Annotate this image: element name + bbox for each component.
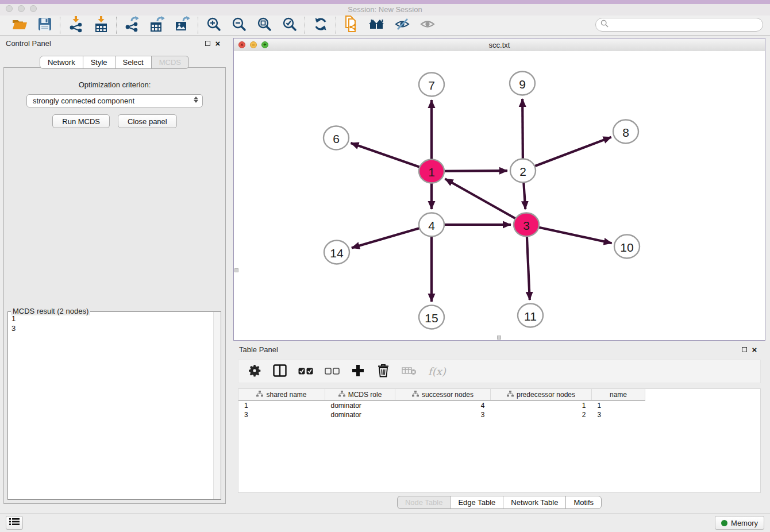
svg-text:6: 6	[333, 132, 340, 145]
run-mcds-button[interactable]: Run MCDS	[52, 114, 110, 128]
svg-text:9: 9	[519, 78, 526, 91]
zoom-out-button[interactable]	[230, 17, 248, 34]
memory-status-icon	[721, 520, 727, 526]
optimization-criterion-select[interactable]: strongly connected component	[26, 94, 203, 107]
zoom-fit-button[interactable]	[255, 17, 274, 34]
graph-edge-3-1[interactable]	[445, 179, 526, 225]
table-panel-close-button[interactable]: ×	[749, 344, 760, 354]
table-cell[interactable]: 4	[395, 400, 491, 410]
export-image-button[interactable]	[174, 17, 192, 34]
export-network-icon	[124, 16, 140, 34]
table-cell[interactable]: 3	[592, 410, 645, 419]
graph-node-2[interactable]: 2	[510, 159, 536, 183]
select-all-button[interactable]	[298, 364, 313, 379]
deselect-all-button[interactable]	[325, 364, 340, 379]
data-table: shared nameMCDS rolesuccessor nodesprede…	[238, 389, 645, 419]
show-columns-button[interactable]	[273, 364, 287, 379]
table-cell[interactable]: 3	[238, 410, 325, 419]
graph-node-10[interactable]: 10	[614, 235, 640, 259]
import-table-icon	[94, 16, 109, 35]
svg-text:7: 7	[428, 79, 435, 92]
tab-select[interactable]: Select	[115, 56, 152, 69]
zoom-in-button[interactable]	[205, 17, 223, 34]
close-panel-button[interactable]: Close panel	[118, 114, 177, 128]
column-header-predecessor-nodes[interactable]: predecessor nodes	[491, 389, 592, 400]
task-history-button[interactable]	[6, 516, 23, 530]
function-builder-button[interactable]: f(x)	[428, 364, 446, 379]
column-header-name[interactable]: name	[592, 389, 645, 400]
column-header-successor-nodes[interactable]: successor nodes	[395, 389, 491, 400]
columns-icon	[273, 364, 287, 379]
network-view-title: scc.txt	[234, 41, 765, 49]
graph-node-14[interactable]: 14	[324, 241, 349, 264]
list-icon	[9, 518, 20, 528]
graph-node-8[interactable]: 8	[613, 120, 638, 144]
control-panel-float-button[interactable]	[202, 38, 213, 48]
graph-node-15[interactable]: 15	[419, 306, 444, 329]
mcds-result-scrollbar[interactable]	[213, 312, 221, 499]
hide-selected-button[interactable]	[393, 17, 411, 34]
table-cell[interactable]: 1	[592, 400, 645, 410]
graph-node-7[interactable]: 7	[419, 73, 444, 97]
table-cell[interactable]: 3	[395, 410, 491, 419]
first-neighbors-button[interactable]	[368, 17, 386, 34]
network-view-titlebar[interactable]: × − + scc.txt	[234, 38, 765, 52]
export-network-button[interactable]	[123, 17, 141, 34]
table-cell[interactable]: dominator	[325, 410, 395, 419]
open-session-button[interactable]	[10, 17, 29, 34]
tab-node-table[interactable]: Node Table	[397, 496, 451, 509]
show-all-button[interactable]	[418, 17, 437, 34]
table-settings-button[interactable]	[248, 364, 261, 379]
graph-node-6[interactable]: 6	[324, 126, 349, 150]
export-table-button[interactable]	[148, 17, 167, 34]
column-header-shared-name[interactable]: shared name	[238, 389, 325, 400]
new-network-from-selection-button[interactable]	[342, 17, 361, 34]
tab-edge-table[interactable]: Edge Table	[450, 496, 503, 509]
table-cell[interactable]: 2	[491, 410, 592, 419]
tab-motifs[interactable]: Motifs	[565, 496, 602, 509]
column-header-MCDS-role[interactable]: MCDS role	[325, 389, 395, 400]
table-row[interactable]: 3dominator323	[238, 410, 645, 419]
graph-node-11[interactable]: 11	[518, 304, 543, 327]
memory-button[interactable]: Memory	[715, 516, 764, 530]
graph-node-1[interactable]: 1	[419, 160, 444, 183]
refresh-icon	[313, 17, 328, 34]
svg-text:4: 4	[428, 219, 435, 232]
float-icon	[742, 347, 747, 352]
tab-network[interactable]: Network	[40, 56, 83, 69]
table-cell[interactable]: 1	[238, 400, 325, 410]
graph-node-3[interactable]: 3	[514, 213, 539, 237]
tab-network-table[interactable]: Network Table	[503, 496, 566, 509]
import-network-icon	[68, 16, 84, 35]
unchecked-boxes-icon	[325, 367, 340, 377]
svg-text:1: 1	[428, 165, 435, 179]
mcds-result-title: MCDS result (2 nodes)	[11, 307, 90, 315]
tab-mcds[interactable]: MCDS	[151, 56, 189, 69]
column-label: shared name	[266, 391, 306, 399]
network-canvas[interactable]: 7968124314101511	[234, 51, 765, 340]
control-panel-close-button[interactable]: ×	[213, 38, 223, 48]
svg-text:15: 15	[425, 311, 438, 325]
mcds-result-textarea[interactable]: 1 3	[7, 311, 221, 500]
control-panel: Control Panel × Network Style Select MCD…	[0, 36, 229, 513]
table-cell[interactable]: dominator	[325, 400, 395, 410]
graph-node-4[interactable]: 4	[419, 213, 444, 237]
graph-node-9[interactable]: 9	[510, 72, 535, 95]
tab-style[interactable]: Style	[83, 56, 116, 69]
apply-layout-button[interactable]	[311, 17, 330, 34]
search-input[interactable]	[611, 19, 763, 30]
zoom-selected-button[interactable]	[280, 17, 299, 34]
delete-columns-button[interactable]	[376, 364, 390, 379]
bottom-splitter-grip[interactable]	[497, 336, 501, 340]
import-network-button[interactable]	[67, 17, 85, 34]
delete-table-button[interactable]	[402, 364, 417, 379]
plus-icon	[352, 364, 364, 379]
table-panel-float-button[interactable]	[739, 344, 749, 354]
graph-edge-2-8[interactable]	[523, 137, 611, 171]
create-column-button[interactable]	[351, 364, 365, 379]
import-table-button[interactable]	[92, 17, 110, 34]
left-splitter-grip[interactable]	[234, 268, 238, 272]
table-cell[interactable]: 1	[491, 400, 592, 410]
table-row[interactable]: 1dominator411	[238, 400, 645, 410]
save-session-button[interactable]	[36, 17, 54, 34]
